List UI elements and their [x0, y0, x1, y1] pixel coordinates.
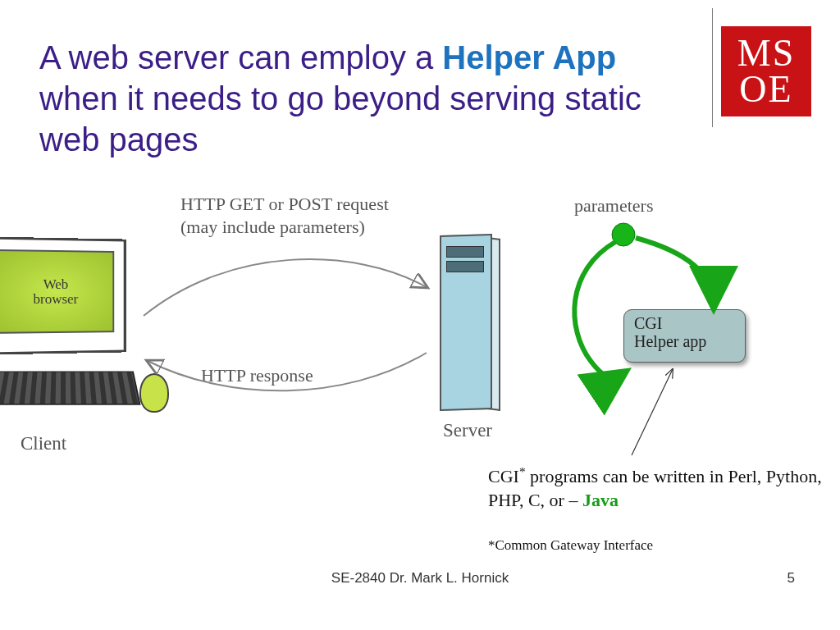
request-arrow: [144, 259, 427, 316]
http-request-label: HTTP GET or POST request (may include pa…: [180, 193, 389, 238]
client-label: Client: [21, 433, 66, 454]
logo-line2: OE: [721, 71, 811, 107]
title-part1: A web server can employ a: [39, 39, 442, 75]
divider-line: [712, 8, 713, 127]
cgi-note-sup: *: [519, 464, 526, 478]
cgi-note-prefix: CGI: [488, 466, 519, 486]
parameter-dot-icon: [612, 223, 635, 246]
note-pointer-arrow: [632, 369, 673, 455]
cgi-note-java: Java: [582, 490, 619, 510]
page-number: 5: [788, 570, 795, 587]
server-tower-icon: [435, 235, 500, 411]
logo-line1: MS: [721, 35, 811, 71]
footnote: *Common Gateway Interface: [488, 537, 653, 554]
msoe-logo: MS OE: [721, 26, 811, 116]
cgi-note-body: programs can be written in Perl, Python,…: [488, 466, 822, 510]
slide-title: A web server can employ a Helper App whe…: [39, 37, 663, 160]
browser-screen: Web browser: [0, 249, 114, 334]
cgi-box-line1: CGI: [634, 314, 745, 332]
title-accent: Helper App: [442, 39, 616, 75]
server-label: Server: [443, 420, 492, 441]
client-monitor-icon: Web browser: [0, 236, 126, 354]
parameters-label: parameters: [574, 195, 654, 217]
title-part2: when it needs to go beyond serving stati…: [39, 80, 641, 158]
cgi-note: CGI* programs can be written in Perl, Py…: [488, 463, 833, 513]
http-response-label: HTTP response: [201, 365, 313, 386]
cgi-helper-box: CGI Helper app: [623, 309, 746, 363]
keyboard-icon: [0, 371, 141, 404]
return-arrow: [574, 242, 623, 377]
params-arrow: [636, 238, 714, 305]
attribution: SE-2840 Dr. Mark L. Hornick: [0, 570, 840, 587]
mouse-icon: [139, 373, 169, 413]
cgi-box-line2: Helper app: [634, 332, 745, 350]
